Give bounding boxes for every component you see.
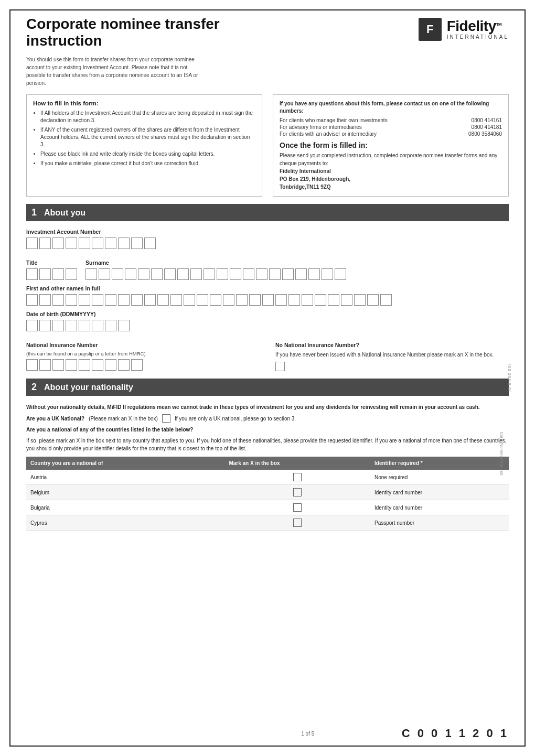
char-box-6[interactable] [105,359,116,371]
char-box-7[interactable] [118,320,130,331]
uk-national-checkbox[interactable] [162,414,170,423]
char-box-4[interactable] [79,359,90,371]
char-box-5[interactable] [92,359,103,371]
char-box-3[interactable] [66,359,77,371]
char-box-2[interactable] [52,268,64,280]
char-box-4[interactable] [79,320,90,331]
char-box-11[interactable] [170,294,182,306]
char-box-25[interactable] [354,294,366,306]
char-box-13[interactable] [197,294,208,306]
char-box-0[interactable] [26,359,38,371]
char-box-9[interactable] [204,268,215,280]
char-box-5[interactable] [92,294,103,306]
char-box-1[interactable] [39,268,51,280]
char-box-18[interactable] [322,268,333,280]
char-box-3[interactable] [66,294,77,306]
char-box-6[interactable] [105,294,116,306]
table-header-mark: Mark an X in the box [224,457,370,470]
char-box-8[interactable] [131,359,143,371]
char-box-14[interactable] [210,294,221,306]
char-box-18[interactable] [262,294,274,306]
char-box-3[interactable] [66,237,77,249]
surname-boxes[interactable] [85,268,346,280]
char-box-7[interactable] [118,237,130,249]
char-box-2[interactable] [52,320,64,331]
char-box-15[interactable] [223,294,234,306]
country-checkbox[interactable] [293,473,302,481]
char-box-3[interactable] [66,268,77,280]
page-footer: 1 of 5 C 0 0 1 1 2 0 1 [26,727,509,740]
char-box-22[interactable] [315,294,326,306]
char-box-2[interactable] [112,268,123,280]
char-box-17[interactable] [308,268,320,280]
char-box-19[interactable] [275,294,287,306]
char-box-26[interactable] [367,294,379,306]
char-box-2[interactable] [52,359,64,371]
char-box-1[interactable] [99,268,110,280]
char-box-15[interactable] [282,268,294,280]
mark-cell[interactable] [224,470,370,485]
mark-cell[interactable] [224,485,370,500]
char-box-16[interactable] [295,268,307,280]
char-box-4[interactable] [79,237,90,249]
char-box-21[interactable] [302,294,313,306]
dob-boxes[interactable] [26,320,509,331]
bullet-4: If you make a mistake, please correct it… [40,160,255,167]
ni-no-checkbox[interactable] [275,362,285,371]
char-box-4[interactable] [138,268,149,280]
mark-cell[interactable] [224,515,370,531]
char-box-9[interactable] [144,294,156,306]
char-box-19[interactable] [335,268,346,280]
char-box-1[interactable] [39,359,51,371]
investment-account-boxes[interactable] [26,237,509,249]
char-box-6[interactable] [105,320,116,331]
char-box-0[interactable] [26,294,38,306]
char-box-0[interactable] [26,237,38,249]
char-box-7[interactable] [177,268,189,280]
country-checkbox[interactable] [293,503,302,512]
char-box-24[interactable] [341,294,352,306]
char-box-12[interactable] [184,294,195,306]
char-box-11[interactable] [230,268,241,280]
char-box-1[interactable] [39,294,51,306]
char-box-5[interactable] [151,268,163,280]
char-box-3[interactable] [66,320,77,331]
char-box-20[interactable] [288,294,300,306]
char-box-5[interactable] [92,320,103,331]
title-boxes[interactable] [26,268,77,280]
char-box-23[interactable] [328,294,339,306]
char-box-12[interactable] [243,268,254,280]
ni-boxes[interactable] [26,359,260,371]
firstname-boxes[interactable] [26,294,509,306]
char-box-8[interactable] [131,294,143,306]
country-checkbox[interactable] [293,519,302,527]
char-box-17[interactable] [249,294,261,306]
char-box-0[interactable] [85,268,97,280]
char-box-10[interactable] [217,268,228,280]
char-box-8[interactable] [131,237,143,249]
char-box-2[interactable] [52,237,64,249]
char-box-13[interactable] [256,268,268,280]
char-box-1[interactable] [39,237,51,249]
char-box-3[interactable] [125,268,136,280]
char-box-27[interactable] [380,294,392,306]
char-box-2[interactable] [52,294,64,306]
char-box-10[interactable] [157,294,169,306]
mark-cell[interactable] [224,500,370,515]
char-box-7[interactable] [118,294,130,306]
char-box-5[interactable] [92,237,103,249]
char-box-1[interactable] [39,320,51,331]
char-box-8[interactable] [190,268,202,280]
char-box-0[interactable] [26,320,38,331]
country-checkbox[interactable] [293,488,302,496]
char-box-9[interactable] [144,237,156,249]
char-box-16[interactable] [236,294,248,306]
char-box-4[interactable] [79,294,90,306]
char-box-0[interactable] [26,268,38,280]
char-box-6[interactable] [105,237,116,249]
char-box-6[interactable] [164,268,176,280]
firstname-label: First and other names in full [26,285,509,291]
how-to-title: How to fill in this form: [33,100,255,106]
char-box-14[interactable] [269,268,281,280]
char-box-7[interactable] [118,359,130,371]
